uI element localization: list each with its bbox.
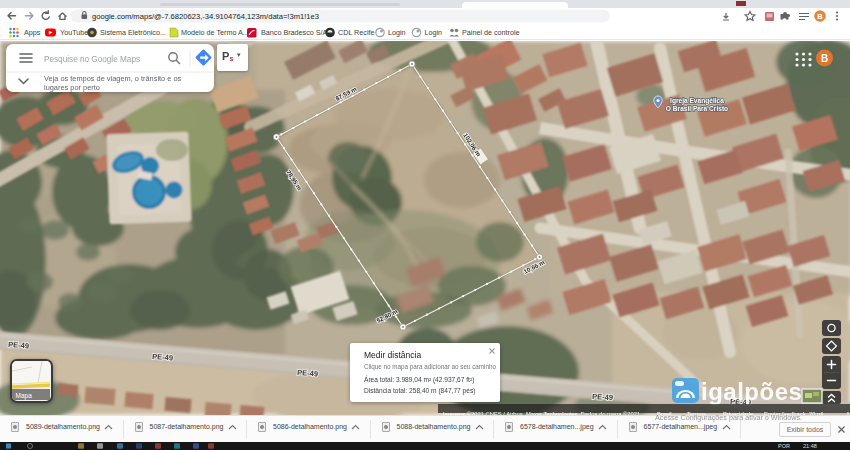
svg-text:PE-49: PE-49 bbox=[297, 368, 318, 378]
svg-text:O Brasil Para Cristo: O Brasil Para Cristo bbox=[666, 105, 728, 112]
svg-text:21:48: 21:48 bbox=[803, 443, 817, 449]
svg-text:PE-49: PE-49 bbox=[592, 392, 613, 402]
svg-text:lugares por perto: lugares por perto bbox=[44, 83, 100, 92]
svg-text:POR: POR bbox=[778, 443, 790, 449]
svg-text:B: B bbox=[821, 53, 828, 64]
svg-text:Igreja Evangélica: Igreja Evangélica bbox=[670, 97, 724, 105]
svg-text:Mapa: Mapa bbox=[16, 392, 33, 400]
svg-text:PE-49: PE-49 bbox=[8, 340, 29, 350]
svg-text:igalpões: igalpões bbox=[701, 378, 802, 405]
svg-text:PE-49: PE-49 bbox=[152, 352, 173, 362]
